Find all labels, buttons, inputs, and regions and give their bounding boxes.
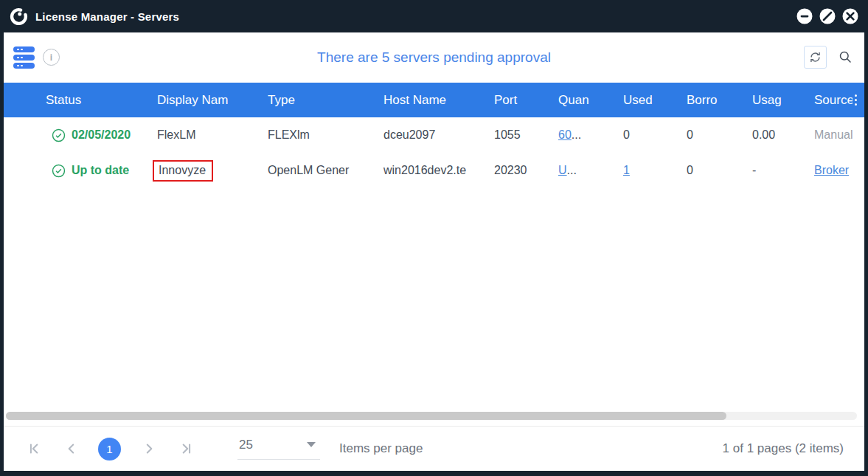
horizontal-scrollbar[interactable] [6,412,857,420]
column-header-display-name[interactable]: Display Nam [151,93,262,108]
chevron-down-icon [307,442,316,447]
window-controls [796,8,858,24]
borrowed-cell: 0 [681,128,746,142]
display-name-cell: Innovyze [151,160,262,182]
port-cell: 1055 [488,128,552,142]
items-per-page-value: 25 [239,438,253,452]
red-highlight-box: Innovyze [153,160,213,182]
prev-page-button[interactable] [64,441,79,456]
status-text: 02/05/2020 [72,128,131,142]
source-link[interactable]: Broker [814,164,849,176]
column-header-used[interactable]: Used [617,93,681,108]
usage-cell: - [746,164,808,177]
quantity-ellipsis: ... [567,164,577,176]
table-empty-area [4,188,864,412]
host-name-cell: win2016dev2.te [378,164,488,177]
page-1-button[interactable]: 1 [98,438,121,461]
column-header-status[interactable]: Status [4,93,151,108]
status-cell: 02/05/2020 [4,128,151,142]
table-row[interactable]: Up to date Innovyze OpenLM Gener win2016… [4,153,864,188]
quantity-cell: U... [552,164,617,177]
page-summary: 1 of 1 pages (2 items) [723,441,844,456]
type-cell: FLEXlm [262,128,378,142]
quantity-cell: 60... [552,128,617,142]
type-cell: OpenLM Gener [262,164,378,177]
column-header-source[interactable]: Source [808,93,853,108]
window-title: License Manager - Servers [35,10,179,23]
status-cell: Up to date [4,164,151,178]
column-header-type[interactable]: Type [262,93,378,108]
status-ok-icon [52,164,66,178]
status-text: Up to date [72,164,129,177]
column-header-borrowed[interactable]: Borro [681,93,746,108]
status-ok-icon [52,128,66,142]
source-cell: Manual [808,128,853,142]
usage-cell: 0.00 [746,128,808,142]
port-cell: 20230 [488,164,552,177]
used-link[interactable]: 1 [623,164,630,176]
refresh-icon [809,51,822,63]
items-per-page-select[interactable]: 25 [237,438,320,460]
column-header-quantity[interactable]: Quan [552,93,617,108]
horizontal-scrollbar-thumb[interactable] [6,412,726,420]
info-icon[interactable]: i [43,49,60,66]
used-cell: 1 [617,164,681,177]
quantity-link[interactable]: U [558,164,567,176]
next-page-button[interactable] [142,441,156,456]
license-manager-window: License Manager - Servers [0,0,868,476]
table-row[interactable]: 02/05/2020 FlexLM FLEXlm dceu2097 1055 6… [4,117,864,153]
used-cell: 0 [617,128,681,142]
last-page-button[interactable] [178,441,193,456]
content-panel: i There are 5 servers pending approval S… [4,32,864,471]
refresh-button[interactable] [804,46,827,69]
column-header-usage[interactable]: Usag [746,93,808,108]
borrowed-cell: 0 [681,164,746,177]
pending-approval-message[interactable]: There are 5 servers pending approval [317,49,551,66]
column-header-port[interactable]: Port [488,93,552,108]
column-header-host-name[interactable]: Host Name [378,93,488,108]
app-logo-icon [10,7,28,26]
toolbar: i There are 5 servers pending approval [4,32,864,83]
search-icon[interactable] [839,50,852,66]
minimize-button[interactable] [796,8,813,24]
host-name-cell: dceu2097 [378,128,488,142]
servers-menu-icon[interactable] [13,46,35,71]
disable-button[interactable] [819,8,836,24]
titlebar: License Manager - Servers [0,0,868,32]
display-name-text: Innovyze [159,164,206,176]
table-header: Status Display Nam Type Host Name Port Q… [4,83,864,117]
first-page-button[interactable] [27,441,42,456]
close-button[interactable] [842,8,858,24]
items-per-page-label: Items per page [339,441,423,456]
pagination-bar: 1 25 Items per page 1 of 1 pages (2 item… [4,426,864,471]
header-menu-icon[interactable] [853,94,864,106]
quantity-ellipsis: ... [572,128,581,141]
display-name-text: FlexLM [157,128,195,141]
display-name-cell: FlexLM [151,128,262,142]
source-cell: Broker [808,164,853,177]
quantity-link[interactable]: 60 [558,128,572,141]
